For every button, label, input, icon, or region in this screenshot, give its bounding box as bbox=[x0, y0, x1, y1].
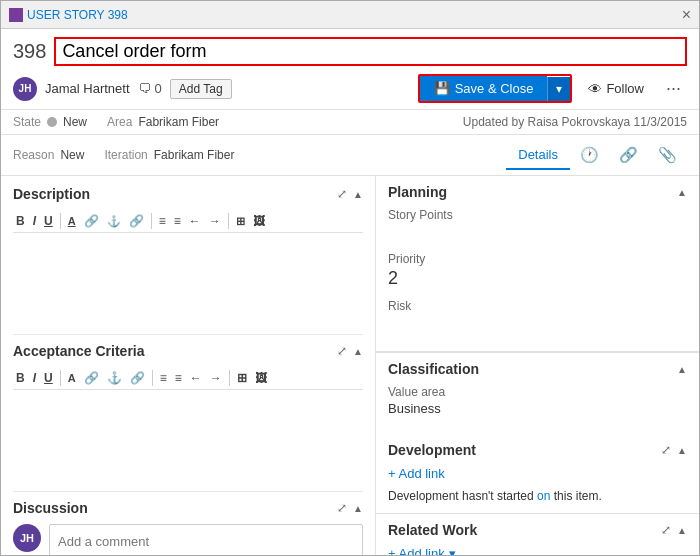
ac-underline-btn[interactable]: U bbox=[41, 370, 56, 386]
classification-collapse[interactable]: ▲ bbox=[677, 364, 687, 375]
sep1 bbox=[60, 213, 61, 229]
commenter-avatar: JH bbox=[13, 524, 41, 552]
state-value: New bbox=[63, 115, 87, 129]
user-name: Jamal Hartnett bbox=[45, 81, 130, 96]
development-collapse[interactable]: ▲ bbox=[677, 445, 687, 456]
save-icon: 💾 bbox=[434, 81, 450, 96]
description-textarea[interactable] bbox=[13, 239, 363, 319]
value-area-value[interactable]: Business bbox=[388, 401, 687, 416]
sep2 bbox=[151, 213, 152, 229]
comment-input[interactable] bbox=[49, 524, 363, 556]
related-collapse[interactable]: ▲ bbox=[677, 525, 687, 536]
header-section: 398 JH Jamal Hartnett 🗨 0 Add Tag 💾 Save… bbox=[1, 29, 699, 110]
underline-btn[interactable]: U bbox=[41, 213, 56, 229]
planning-header: Planning ▲ bbox=[388, 184, 687, 200]
ac-sep1 bbox=[60, 370, 61, 386]
description-title: Description bbox=[13, 186, 90, 202]
related-expand[interactable]: ⤢ bbox=[661, 523, 671, 537]
italic-btn[interactable]: I bbox=[30, 213, 39, 229]
outdent-btn[interactable]: → bbox=[206, 213, 224, 229]
acceptance-textarea[interactable] bbox=[13, 396, 363, 476]
planning-section: Planning ▲ Story Points Priority 2 Risk bbox=[376, 176, 699, 352]
ac-italic-btn[interactable]: I bbox=[30, 370, 39, 386]
ac-link2-btn[interactable]: 🔗 bbox=[127, 370, 148, 386]
ac-bold-btn[interactable]: B bbox=[13, 370, 28, 386]
ac-sep3 bbox=[229, 370, 230, 386]
ac-anchor-btn[interactable]: A bbox=[65, 371, 79, 385]
save-close-button[interactable]: 💾 Save & Close bbox=[420, 76, 548, 101]
follow-button[interactable]: 👁 Follow bbox=[580, 77, 652, 101]
indent-btn[interactable]: ← bbox=[186, 213, 204, 229]
anchor-btn[interactable]: A bbox=[65, 214, 79, 228]
comment-count: 🗨 0 bbox=[138, 81, 162, 96]
add-tag-button[interactable]: Add Tag bbox=[170, 79, 232, 99]
related-header: Related Work ⤢ ▲ bbox=[388, 522, 687, 538]
related-actions: ⤢ ▲ bbox=[661, 523, 687, 537]
add-dev-link-button[interactable]: + Add link bbox=[388, 466, 445, 481]
avatar: JH bbox=[13, 77, 37, 101]
value-area-field: Value area Business bbox=[388, 385, 687, 416]
acceptance-expand[interactable]: ⤢ bbox=[337, 344, 347, 358]
ac-olist-btn[interactable]: ≡ bbox=[172, 370, 185, 386]
risk-value[interactable] bbox=[388, 315, 687, 333]
classification-header: Classification ▲ bbox=[388, 361, 687, 377]
classification-title: Classification bbox=[388, 361, 479, 377]
description-collapse[interactable]: ▲ bbox=[353, 189, 363, 200]
story-points-label: Story Points bbox=[388, 208, 687, 222]
discussion-collapse[interactable]: ▲ bbox=[353, 503, 363, 514]
left-panel: Description ⤢ ▲ B I U A 🔗 ⚓ 🔗 ≡ ≡ ← → bbox=[1, 176, 376, 556]
story-points-field: Story Points bbox=[388, 208, 687, 242]
description-header: Description ⤢ ▲ bbox=[13, 186, 363, 202]
unlink-btn[interactable]: ⚓ bbox=[104, 214, 124, 229]
development-section: Development ⤢ ▲ + Add link Development h… bbox=[376, 434, 699, 514]
save-close-dropdown[interactable]: ▾ bbox=[547, 77, 570, 101]
reason-label: Reason bbox=[13, 148, 54, 162]
title-bar: USER STORY 398 × bbox=[1, 1, 699, 29]
ac-table-btn[interactable]: ⊞ bbox=[234, 370, 250, 386]
description-expand[interactable]: ⤢ bbox=[337, 187, 347, 201]
discussion-expand[interactable]: ⤢ bbox=[337, 501, 347, 515]
iteration-field: Iteration Fabrikam Fiber bbox=[104, 148, 234, 162]
ac-link-btn[interactable]: 🔗 bbox=[81, 370, 102, 386]
bold-btn[interactable]: B bbox=[13, 213, 28, 229]
acceptance-title: Acceptance Criteria bbox=[13, 343, 145, 359]
type-icon bbox=[9, 8, 23, 22]
updated-info: Updated by Raisa Pokrovskaya 11/3/2015 bbox=[463, 115, 687, 129]
dev-note-link: on bbox=[537, 489, 550, 503]
acceptance-toolbar: B I U A 🔗 ⚓ 🔗 ≡ ≡ ← → ⊞ 🖼 bbox=[13, 367, 363, 390]
list-btn[interactable]: ≡ bbox=[156, 213, 169, 229]
priority-value[interactable]: 2 bbox=[388, 268, 687, 289]
state-label: State bbox=[13, 115, 41, 129]
add-related-link-button[interactable]: + Add link ▾ bbox=[388, 546, 456, 556]
olist-btn[interactable]: ≡ bbox=[171, 213, 184, 229]
tab-attachments[interactable]: 📎 bbox=[648, 140, 687, 170]
table-btn[interactable]: ⊞ bbox=[233, 214, 248, 229]
link2-btn[interactable]: 🔗 bbox=[126, 213, 147, 229]
ac-sep2 bbox=[152, 370, 153, 386]
discussion-section: Discussion ⤢ ▲ JH bbox=[13, 491, 363, 556]
ac-outdent-btn[interactable]: → bbox=[207, 370, 225, 386]
close-button[interactable]: × bbox=[682, 6, 691, 24]
ac-image-btn[interactable]: 🖼 bbox=[252, 370, 270, 386]
more-button[interactable]: ··· bbox=[660, 76, 687, 101]
image-btn[interactable]: 🖼 bbox=[250, 213, 268, 229]
ac-indent-btn[interactable]: ← bbox=[187, 370, 205, 386]
development-expand[interactable]: ⤢ bbox=[661, 443, 671, 457]
tab-history[interactable]: 🕐 bbox=[570, 140, 609, 170]
ac-unlink-btn[interactable]: ⚓ bbox=[104, 370, 125, 386]
acceptance-collapse[interactable]: ▲ bbox=[353, 346, 363, 357]
risk-label: Risk bbox=[388, 299, 687, 313]
risk-field: Risk bbox=[388, 299, 687, 333]
sep3 bbox=[228, 213, 229, 229]
priority-label: Priority bbox=[388, 252, 687, 266]
reason-field: Reason New bbox=[13, 148, 84, 162]
tab-links[interactable]: 🔗 bbox=[609, 140, 648, 170]
ac-list-btn[interactable]: ≡ bbox=[157, 370, 170, 386]
planning-collapse[interactable]: ▲ bbox=[677, 187, 687, 198]
development-actions: ⤢ ▲ bbox=[661, 443, 687, 457]
area-field: Area Fabrikam Fiber bbox=[107, 115, 219, 129]
story-points-value[interactable] bbox=[388, 224, 687, 242]
tab-details[interactable]: Details bbox=[506, 141, 570, 170]
item-title-input[interactable] bbox=[54, 37, 687, 66]
link-btn[interactable]: 🔗 bbox=[81, 213, 102, 229]
